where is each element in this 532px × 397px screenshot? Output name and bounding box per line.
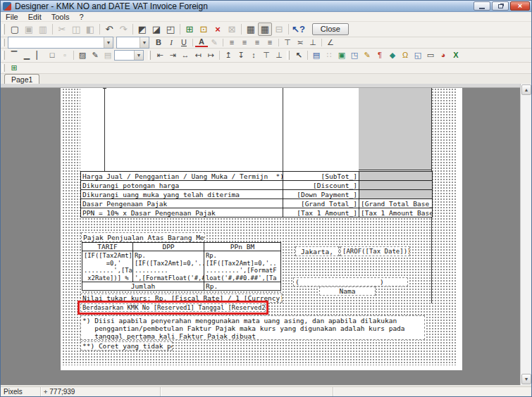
underline-button[interactable]: U (178, 38, 190, 48)
undo-button[interactable]: ↶ (102, 23, 116, 36)
redo-button[interactable]: ↷ (116, 23, 130, 36)
toolbar-grip[interactable] (148, 51, 151, 61)
justify-button[interactable]: ≡ (264, 38, 276, 48)
space-vertically-button[interactable]: ⊤ (260, 51, 273, 61)
summary-value-cell[interactable]: [SubTot_] (283, 172, 359, 181)
scroll-up-button[interactable]: ▲ (521, 84, 531, 95)
preview-button[interactable]: ▥ (36, 23, 50, 36)
text-angle-button[interactable]: ∠ (324, 38, 337, 48)
tab-page1[interactable]: Page1 (4, 74, 39, 84)
show-grid-button[interactable]: ▦ (244, 23, 258, 36)
ppnbm-header-tarif[interactable]: TARIF (82, 243, 133, 251)
summary-label-cell[interactable]: Harga Jual / Penggantian / Uang Muka / T… (81, 172, 283, 181)
scroll-down-button[interactable]: ▼ (521, 374, 531, 384)
summary-base-cell[interactable] (359, 172, 433, 181)
richtext-object-button[interactable]: ¶ (373, 51, 386, 61)
summary-label-cell[interactable]: Dikurangi uang muka yang telah diterima (81, 190, 283, 199)
hatch-button[interactable]: ▤ (101, 51, 114, 61)
transform-button[interactable]: ◰ (163, 23, 178, 36)
toolbar-grip[interactable] (287, 51, 290, 61)
signature-name-label[interactable]: Nama (319, 286, 376, 296)
center-horizontally-button[interactable]: ↔ (179, 51, 192, 61)
frame-color-combo[interactable]: ▼ (114, 50, 144, 61)
copy-object-button[interactable]: ◳ (348, 51, 361, 61)
column-line-object[interactable] (104, 88, 105, 172)
excel-export-button[interactable]: X (450, 51, 462, 61)
font-color-button[interactable]: A (195, 38, 208, 47)
same-width-button[interactable]: ↦ (204, 51, 217, 61)
ppnbm-expression-cell[interactable]: Rp. [IF([Tax2Amt]=0,'.. .........',[Form… (204, 251, 281, 282)
align-left-button[interactable]: ≡ (225, 38, 238, 48)
text-object-button[interactable]: ▤ (310, 51, 323, 61)
same-height-button[interactable]: ⊥ (273, 51, 285, 61)
ppnbm-header-dpp[interactable]: DPP (133, 243, 204, 251)
subreport-object-button[interactable]: ◱ (412, 51, 424, 61)
menu-tools[interactable]: Tools (47, 13, 75, 21)
menu-help[interactable]: ? (74, 13, 88, 21)
highlight-button[interactable]: ✎ (208, 38, 221, 48)
italic-button[interactable]: I (165, 38, 178, 48)
summary-value-cell[interactable]: [Down Payment_] (283, 190, 359, 199)
frame-top-button[interactable]: ▔ (8, 51, 20, 61)
bring-to-front-button[interactable]: ◩ (135, 23, 149, 36)
close-designer-button[interactable]: Close (312, 23, 349, 35)
chart-object-button[interactable]: ◕ (437, 51, 450, 61)
center-vertically-button[interactable]: ↕ (247, 51, 260, 61)
align-to-grid-button[interactable]: ⊟ (272, 23, 286, 36)
toolbar-grip[interactable] (2, 64, 5, 72)
align-tops-button[interactable]: ↥ (222, 51, 235, 61)
ole-object-button[interactable]: Ω (399, 51, 412, 61)
close-window-button[interactable]: × (510, 1, 530, 11)
copy-button[interactable]: ◫ (69, 23, 83, 36)
restore-button[interactable] (492, 1, 509, 11)
ppnbm-header-ppnbm[interactable]: PPn BM (204, 243, 281, 251)
picture-object-button[interactable]: ▣ (335, 51, 348, 61)
ppnbm-title[interactable]: Pajak Penjualan Atas Barang Mewah (81, 232, 205, 242)
summary-label-cell[interactable]: Dikurangi potongan harga (81, 181, 283, 190)
align-lefts-button[interactable]: ⇤ (154, 51, 166, 61)
toolbar-grip[interactable] (2, 24, 5, 34)
insert-db-field-button[interactable]: ⊞ (8, 63, 20, 73)
gray-region-object[interactable] (359, 88, 432, 170)
menu-edit[interactable]: Edit (23, 13, 47, 21)
context-help-button[interactable]: ↖? (291, 23, 306, 36)
frame-pen-button[interactable]: ✎ (89, 51, 101, 61)
valign-middle-button[interactable]: ≍ (294, 38, 307, 48)
align-rights-button[interactable]: ⇥ (166, 51, 179, 61)
frame-none-button[interactable]: ▫ (58, 51, 71, 61)
toolbar-grip[interactable] (2, 51, 5, 61)
summary-value-cell[interactable]: [Grand Total_] (283, 199, 359, 208)
space-horizontally-button[interactable]: ↤ (192, 51, 204, 61)
summary-base-cell[interactable] (359, 190, 433, 199)
footnote-text-object[interactable]: *) Diisi apabila penyerahan menggunakan … (80, 315, 425, 340)
add-object-button[interactable]: ⊞ (183, 23, 197, 36)
frame-left-button[interactable]: ▏ (33, 51, 46, 61)
frame-all-button[interactable]: □ (46, 51, 58, 61)
footnote2-text-object[interactable]: **) Coret yang tidak perlu (80, 341, 173, 351)
valign-top-button[interactable]: ⊤ (281, 38, 294, 48)
summary-base-cell[interactable] (359, 181, 433, 190)
fill-color-button[interactable]: ▨ (76, 51, 89, 61)
align-center-button[interactable]: ≡ (238, 38, 251, 48)
insert-button[interactable]: ⊠ (225, 23, 239, 36)
button-object-button[interactable]: ▭ (424, 51, 437, 61)
minimize-button[interactable] (474, 1, 490, 11)
jumlah-cell[interactable]: Jumlah (82, 282, 204, 291)
city-text-object[interactable]: Jakarta, (295, 246, 339, 256)
bold-button[interactable]: B (152, 38, 165, 48)
frame-bottom-button[interactable]: ▁ (20, 51, 33, 61)
summary-label-cell[interactable]: Dasar Pengenaan Pajak (81, 199, 283, 208)
summary-base-cell[interactable]: [Grand Total Base_] (359, 199, 433, 208)
summary-base-cell[interactable]: [Tax 1 Amount Base_] (359, 208, 433, 218)
summary-value-cell[interactable]: [Discount_] (283, 181, 359, 190)
band-object-button[interactable]: ∷ (323, 51, 335, 61)
draw-object-button[interactable]: ✎ (361, 51, 373, 61)
save-button[interactable]: ▣ (22, 23, 36, 36)
kmk-text-object[interactable]: Berdasarkan KMK No [Reserved1] Tanggal [… (80, 303, 266, 312)
paste-button[interactable]: ◧ (83, 23, 97, 36)
send-to-back-button[interactable]: ◪ (149, 23, 163, 36)
cut-button[interactable]: ✂ (55, 23, 69, 36)
tarif-expression-cell[interactable]: [IF([Tax2Amt] =0,' ........',[Ta x2Rate]… (82, 251, 133, 282)
select-tool-button[interactable]: ↖ (292, 51, 305, 61)
toolbar-grip[interactable] (2, 39, 5, 46)
